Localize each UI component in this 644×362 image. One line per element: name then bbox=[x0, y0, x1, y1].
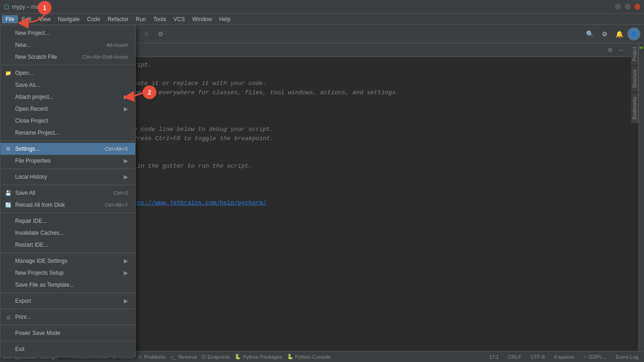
right-sidebar-scrollbar[interactable] bbox=[638, 43, 644, 351]
menu-group-manage: Manage IDE Settings ▶ New Projects Setup… bbox=[0, 253, 135, 293]
reload-icon: 🔄 bbox=[4, 202, 12, 208]
menu-close-project[interactable]: Close Project bbox=[0, 115, 135, 127]
menu-item-label: Export bbox=[15, 298, 31, 304]
menu-reload-disk[interactable]: 🔄 Reload All from Disk Ctrl+Alt+Y bbox=[0, 199, 135, 211]
menu-help[interactable]: Help bbox=[216, 15, 235, 23]
minimize-button[interactable] bbox=[615, 4, 621, 10]
close-button[interactable] bbox=[634, 4, 640, 10]
menu-item-label: Open Recent bbox=[15, 106, 48, 112]
menu-attach-project[interactable]: Attach project... ▶ bbox=[0, 91, 135, 103]
status-git-branch[interactable]: ⑂ GDPL... bbox=[581, 354, 608, 360]
status-cursor-position[interactable]: 17:1 bbox=[487, 354, 500, 360]
menu-item-label: New Project... bbox=[15, 30, 50, 36]
menu-new-scratch[interactable]: New Scratch File Ctrl+Alt+Shift+Insert bbox=[0, 51, 135, 63]
menu-item-label: Repair IDE... bbox=[15, 218, 47, 224]
export-arrow-icon: ▶ bbox=[124, 298, 128, 304]
maximize-button[interactable] bbox=[625, 4, 631, 10]
new-shortcut: Alt+Insert bbox=[106, 42, 128, 48]
status-endpoints[interactable]: ⊡ Endpoints bbox=[200, 354, 232, 360]
status-python-packages[interactable]: 🐍 Python Packages bbox=[233, 354, 284, 360]
menu-item-label: Attach project... bbox=[15, 94, 53, 100]
git-branch-label: GDPL... bbox=[588, 354, 606, 360]
titlebar-controls bbox=[615, 4, 640, 10]
menu-export[interactable]: Export ▶ bbox=[0, 295, 135, 307]
menu-open[interactable]: 📁 Open... bbox=[0, 67, 135, 79]
menu-run[interactable]: Run bbox=[132, 15, 150, 23]
menu-refactor[interactable]: Refactor bbox=[104, 15, 132, 23]
status-line-endings[interactable]: CRLF bbox=[506, 354, 523, 360]
file-menu-dropdown[interactable]: New Project... New... Alt+Insert New Scr… bbox=[0, 25, 136, 357]
search-everywhere-button[interactable]: 🔍 bbox=[583, 28, 596, 40]
menu-edit[interactable]: Edit bbox=[18, 15, 35, 23]
vertical-tab-project[interactable]: Project bbox=[631, 43, 638, 65]
menu-power-save-mode[interactable]: Power Save Mode bbox=[0, 327, 135, 339]
menu-item-label: New... bbox=[15, 42, 30, 48]
settings-button[interactable]: ⚙ bbox=[155, 28, 167, 40]
vertical-tab-structure[interactable]: Structure bbox=[631, 66, 638, 92]
reload-shortcut: Ctrl+Alt+Y bbox=[105, 202, 128, 208]
tab-minimize-icon[interactable]: ─ bbox=[616, 45, 626, 55]
menu-settings[interactable]: ⚙ Settings... Ctrl+Alt+S bbox=[0, 143, 135, 155]
menu-tools[interactable]: Tools bbox=[150, 15, 170, 23]
menu-group-open: 📁 Open... Save As... Attach project... ▶… bbox=[0, 65, 135, 141]
menu-item-label: Restart IDE... bbox=[15, 242, 48, 248]
menu-save-all[interactable]: 💾 Save All Ctrl+S bbox=[0, 187, 135, 199]
recent-arrow-icon: ▶ bbox=[124, 106, 128, 112]
menu-item-label: Local History bbox=[15, 174, 47, 180]
menu-group-save: 💾 Save All Ctrl+S 🔄 Reload All from Disk… bbox=[0, 185, 135, 213]
vertical-tab-bookmarks[interactable]: Bookmarks bbox=[631, 93, 638, 123]
menu-restart-ide[interactable]: Restart IDE... bbox=[0, 239, 135, 251]
menu-item-label: Print... bbox=[15, 314, 31, 320]
menu-vcs[interactable]: VCS bbox=[170, 15, 189, 23]
menu-group-settings: ⚙ Settings... Ctrl+Alt+S File Properties… bbox=[0, 141, 135, 169]
user-account-button[interactable]: 👤 bbox=[627, 28, 640, 40]
menu-window[interactable]: Window bbox=[189, 15, 216, 23]
status-event-log[interactable]: Event Log bbox=[614, 354, 640, 360]
toolbar-separator-2 bbox=[136, 29, 136, 39]
menu-new[interactable]: New... Alt+Insert bbox=[0, 39, 135, 51]
scroll-indicator bbox=[639, 47, 643, 49]
terminal-icon: >_ bbox=[170, 354, 176, 360]
menu-rename-project[interactable]: Rename Project... bbox=[0, 127, 135, 139]
status-terminal[interactable]: >_ Terminal bbox=[168, 354, 199, 360]
event-log-label: Event Log bbox=[615, 354, 638, 360]
menu-item-label: Save As... bbox=[15, 82, 40, 88]
menu-invalidate-caches[interactable]: Invalidate Caches... bbox=[0, 227, 135, 239]
toolbar-right: 🔍 ⚙ 🔔 👤 bbox=[583, 28, 640, 40]
menu-item-label: Power Save Mode bbox=[15, 330, 60, 336]
menu-view[interactable]: View bbox=[35, 15, 54, 23]
status-problems[interactable]: ⚠ Problems bbox=[136, 354, 167, 360]
menu-item-label: Save File as Template... bbox=[15, 282, 74, 288]
menu-repair-ide[interactable]: Repair IDE... bbox=[0, 215, 135, 227]
menu-new-projects-setup[interactable]: New Projects Setup ▶ bbox=[0, 267, 135, 279]
menu-manage-ide-settings[interactable]: Manage IDE Settings ▶ bbox=[0, 255, 135, 267]
menu-open-recent[interactable]: Open Recent ▶ bbox=[0, 103, 135, 115]
menu-group-new: New Project... New... Alt+Insert New Scr… bbox=[0, 25, 135, 65]
menu-save-as[interactable]: Save As... bbox=[0, 79, 135, 91]
settings-gear-button[interactable]: ⚙ bbox=[598, 28, 611, 40]
status-python-console[interactable]: 🐍 Python Console bbox=[285, 354, 333, 360]
menu-local-history[interactable]: Local History ▶ bbox=[0, 171, 135, 183]
status-encoding[interactable]: UTF-8 bbox=[529, 354, 546, 360]
menu-group-print: 🖨 Print... bbox=[0, 309, 135, 325]
tab-gear-icon[interactable]: ⚙ bbox=[605, 45, 615, 55]
python-packages-icon: 🐍 bbox=[235, 354, 241, 360]
attach-arrow-icon: ▶ bbox=[124, 94, 128, 100]
menu-navigate[interactable]: Navigate bbox=[54, 15, 83, 23]
git-icon: ⑂ bbox=[583, 354, 586, 360]
menu-print[interactable]: 🖨 Print... bbox=[0, 311, 135, 323]
notifications-button[interactable]: 🔔 bbox=[613, 28, 626, 40]
menu-code[interactable]: Code bbox=[83, 15, 104, 23]
cursor-pos-label: 17:1 bbox=[489, 354, 499, 360]
menu-exit[interactable]: Exit bbox=[0, 343, 135, 355]
menu-save-file-as-template[interactable]: Save File as Template... bbox=[0, 279, 135, 291]
menu-file-properties[interactable]: File Properties ▶ bbox=[0, 155, 135, 167]
menu-item-label: File Properties bbox=[15, 158, 51, 164]
vcs-button[interactable]: ⑂ bbox=[140, 28, 153, 40]
menu-group-export: Export ▶ bbox=[0, 293, 135, 309]
menu-new-project[interactable]: New Project... bbox=[0, 27, 135, 39]
status-indent[interactable]: 4 spaces bbox=[552, 354, 576, 360]
history-arrow-icon: ▶ bbox=[124, 174, 128, 180]
problems-icon: ⚠ bbox=[138, 354, 142, 360]
menu-file[interactable]: File bbox=[2, 15, 18, 23]
